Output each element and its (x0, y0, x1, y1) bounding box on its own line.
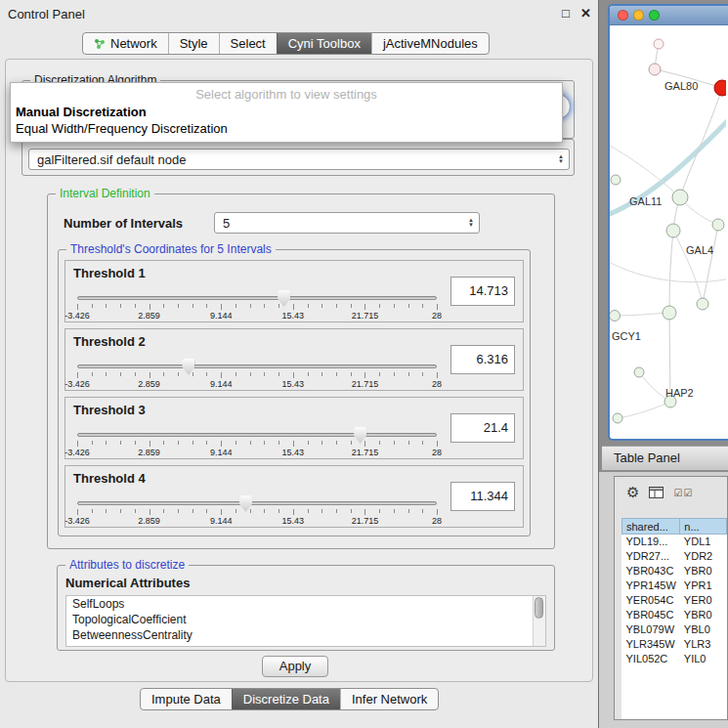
algorithm-dropdown-popup: Select algorithm to view settings Manual… (10, 82, 563, 143)
tick-label: 21.715 (352, 379, 379, 389)
table-toolbar: ⚙ ☑☑ (615, 477, 727, 508)
tab-jactivemnodules[interactable]: jActiveMNodules (371, 33, 489, 54)
threshold-row: Threshold 2 -3.4262.8599.14415.4321.7152… (64, 328, 524, 391)
node-label: HAP2 (665, 387, 694, 399)
tab-network[interactable]: Network (83, 33, 168, 54)
network-node[interactable] (672, 190, 688, 205)
network-edge (615, 313, 669, 316)
network-node[interactable] (613, 413, 622, 423)
tab-label: Cyni Toolbox (288, 36, 361, 51)
table-data-combobox[interactable]: galFiltered.sif default node ▲▼ (28, 149, 570, 170)
network-node[interactable] (634, 367, 644, 377)
table-row[interactable]: YPR145WYPR1 (622, 578, 727, 593)
network-edge (610, 143, 680, 197)
bottom-tab-bar: Impute Data Discretize Data Infer Networ… (140, 688, 439, 710)
network-node[interactable] (666, 224, 680, 237)
threshold-value-field[interactable]: 6.316 (450, 345, 515, 374)
threshold-label: Threshold 1 (73, 266, 146, 280)
close-traffic-light-icon[interactable] (618, 10, 628, 21)
table-row[interactable]: YBL079WYBL0 (622, 622, 727, 637)
network-node[interactable] (654, 39, 664, 49)
scrollbar[interactable] (533, 596, 545, 646)
gear-icon[interactable]: ⚙ (626, 484, 639, 501)
column-header-shared-name[interactable]: shared... (622, 519, 680, 535)
tab-label: Discretize Data (243, 692, 329, 707)
tab-cyni-toolbox[interactable]: Cyni Toolbox (277, 33, 371, 54)
column-header-name[interactable]: n... (680, 519, 727, 535)
threshold-slider[interactable] (77, 296, 437, 300)
table-row[interactable]: YIL052CYIL0 (622, 652, 727, 666)
minimize-traffic-light-icon[interactable] (633, 10, 644, 21)
tab-select[interactable]: Select (219, 33, 277, 54)
tick-label: 15.43 (282, 379, 305, 389)
table-row[interactable]: YDL19...YDL1 (622, 535, 727, 549)
threshold-value-field[interactable]: 11.344 (450, 482, 515, 511)
tab-discretize-data[interactable]: Discretize Data (232, 689, 340, 709)
close-icon[interactable]: ✕ (580, 6, 591, 21)
network-canvas[interactable]: GAL80GAL11GAL4GCY1HAP2 (610, 25, 726, 440)
zoom-traffic-light-icon[interactable] (649, 10, 660, 21)
tick-label: 9.144 (210, 516, 233, 526)
thresholds-group-label: Threshold's Coordinates for 5 Intervals (66, 242, 276, 256)
network-node[interactable] (712, 219, 724, 231)
tick-label: 15.43 (282, 516, 305, 526)
number-of-intervals-combobox[interactable]: 5 ▲▼ (214, 212, 480, 234)
slider-ticks (77, 441, 437, 448)
node-label: GCY1 (612, 330, 641, 342)
network-node[interactable] (610, 311, 621, 321)
panel-title: Control Panel (8, 7, 85, 21)
number-of-intervals-value: 5 (223, 216, 230, 231)
algorithm-popup-options: Manual DiscretizationEqual Width/Frequen… (11, 104, 562, 137)
tab-impute-data[interactable]: Impute Data (141, 689, 232, 709)
attribute-item[interactable]: TopologicalCoefficient (66, 612, 545, 627)
float-window-icon[interactable]: □ (562, 6, 570, 21)
top-tab-bar: Network Style Select Cyni Toolbox jActiv… (82, 32, 490, 55)
tab-infer-network[interactable]: Infer Network (340, 689, 438, 709)
table-columns-icon[interactable] (649, 487, 664, 498)
table-row[interactable]: YBR043CYBR0 (622, 564, 727, 578)
popup-option[interactable]: Equal Width/Frequency Discretization (11, 120, 562, 137)
tick-label: 9.144 (210, 448, 233, 457)
threshold-value-field[interactable]: 14.713 (450, 277, 515, 306)
threshold-slider[interactable] (77, 433, 437, 437)
network-node[interactable] (697, 298, 708, 310)
tick-label: 21.715 (352, 448, 379, 457)
attribute-item[interactable]: BetweennessCentrality (66, 627, 545, 643)
popup-option[interactable]: Manual Discretization (11, 104, 562, 120)
network-node[interactable] (611, 175, 621, 185)
table-row[interactable]: YBR045CYBR0 (622, 608, 727, 622)
node-label: GAL11 (629, 195, 662, 207)
table-panel-header[interactable]: Table Panel (602, 446, 728, 471)
table-row[interactable]: YER054CYER0 (622, 593, 727, 608)
table-row[interactable]: YDR27...YDR2 (622, 549, 727, 564)
slider-ticks (77, 304, 437, 311)
slider-ticks (77, 372, 437, 379)
popup-placeholder: Select algorithm to view settings (11, 83, 562, 104)
tick-label: 9.144 (210, 379, 233, 389)
tab-label: Impute Data (151, 692, 221, 707)
scrollbar-thumb[interactable] (535, 597, 543, 619)
network-node[interactable] (714, 80, 726, 96)
select-columns-icon[interactable]: ☑☑ (673, 488, 693, 498)
threshold-value-field[interactable]: 21.4 (450, 413, 515, 443)
tick-label: -3.426 (64, 448, 90, 457)
numerical-attributes-list[interactable]: SelfLoopsTopologicalCoefficientBetweenne… (65, 595, 546, 647)
threshold-slider[interactable] (77, 364, 437, 368)
network-node[interactable] (663, 306, 676, 320)
number-of-intervals-label: Number of Intervals (64, 216, 183, 231)
threshold-label: Threshold 4 (73, 471, 146, 486)
tab-label: Style (180, 36, 208, 51)
tick-label: 2.859 (138, 448, 160, 457)
interval-definition-group: Interval Definition Number of Intervals … (47, 193, 555, 549)
tab-style[interactable]: Style (168, 33, 219, 54)
network-window-titlebar[interactable] (610, 6, 728, 25)
node-label: GAL80 (664, 80, 698, 92)
tick-label: -3.426 (64, 516, 90, 526)
table-row[interactable]: YLR345WYLR3 (622, 637, 727, 652)
attributes-group: Attributes to discretize Numerical Attri… (57, 565, 555, 651)
network-node[interactable] (649, 64, 661, 75)
apply-button[interactable]: Apply (262, 656, 328, 677)
threshold-slider[interactable] (77, 501, 437, 505)
network-edge (610, 113, 726, 216)
attribute-item[interactable]: SelfLoops (66, 596, 545, 612)
